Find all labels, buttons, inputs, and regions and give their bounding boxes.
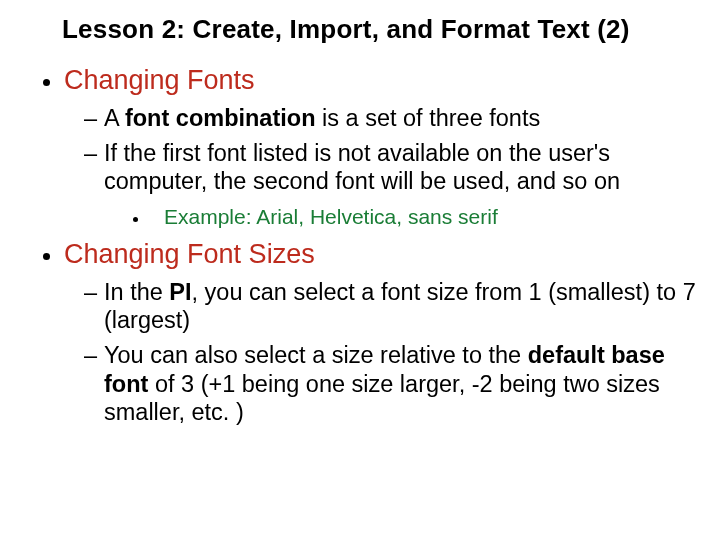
text-run: is a set of three fonts	[316, 105, 541, 131]
sub-bullet: A font combination is a set of three fon…	[84, 104, 696, 133]
section-changing-font-sizes: Changing Font Sizes In the PI, you can s…	[64, 239, 696, 427]
section-heading: Changing Font Sizes	[64, 239, 315, 269]
sub-bullet: In the PI, you can select a font size fr…	[84, 278, 696, 335]
slide: Lesson 2: Create, Import, and Format Tex…	[0, 0, 720, 540]
example-text: Example: Arial, Helvetica, sans serif	[164, 205, 498, 228]
text-run: of 3 (+1 being one size larger, -2 being…	[104, 371, 660, 426]
bullet-list-level3: Example: Arial, Helvetica, sans serif	[104, 202, 696, 231]
section-heading: Changing Fonts	[64, 65, 255, 95]
section-changing-fonts: Changing Fonts A font combination is a s…	[64, 65, 696, 231]
slide-title: Lesson 2: Create, Import, and Format Tex…	[62, 14, 696, 45]
text-run: You can also select a size relative to t…	[104, 342, 528, 368]
text-run: If the first font listed is not availabl…	[104, 140, 620, 195]
text-run: A	[104, 105, 125, 131]
example-bullet: Example: Arial, Helvetica, sans serif	[150, 202, 696, 231]
sub-bullet: If the first font listed is not availabl…	[84, 139, 696, 231]
bullet-list-level1: Changing Fonts A font combination is a s…	[24, 65, 696, 427]
bullet-list-level2: A font combination is a set of three fon…	[64, 104, 696, 231]
text-run-bold: font combination	[125, 105, 316, 131]
text-run: , you can select a font size from 1 (sma…	[104, 279, 696, 334]
bullet-list-level2: In the PI, you can select a font size fr…	[64, 278, 696, 427]
text-run-bold: PI	[169, 279, 191, 305]
text-run: In the	[104, 279, 169, 305]
sub-bullet: You can also select a size relative to t…	[84, 341, 696, 427]
